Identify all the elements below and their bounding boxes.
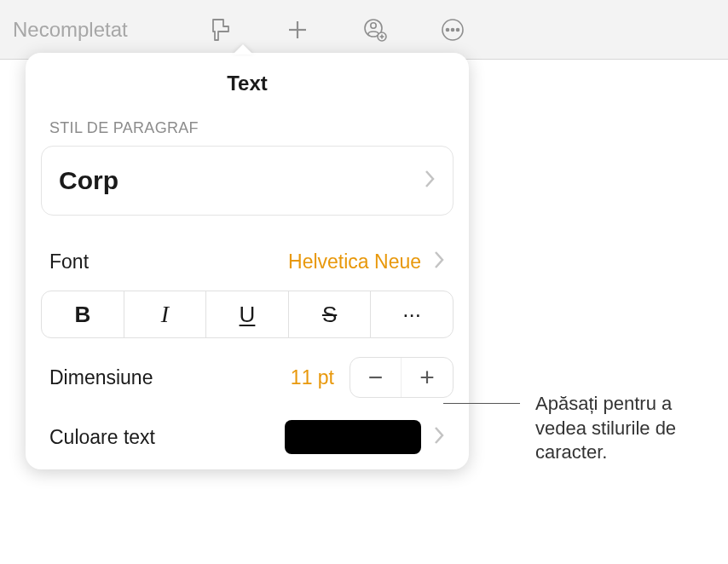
format-panel: Text STIL DE PARAGRAF Corp Font Helvetic… xyxy=(26,53,469,469)
more-icon[interactable] xyxy=(437,14,468,45)
toolbar-icons xyxy=(205,14,468,45)
underline-button[interactable]: U xyxy=(206,291,289,337)
callout-text: Apăsați pentru a vedea stilurile de cara… xyxy=(535,392,714,465)
format-panel-wrapper: Text STIL DE PARAGRAF Corp Font Helvetic… xyxy=(26,51,469,469)
svg-point-9 xyxy=(452,28,454,31)
paragraph-style-selector[interactable]: Corp xyxy=(41,146,454,216)
bold-button[interactable]: B xyxy=(42,291,124,337)
svg-point-8 xyxy=(447,28,449,31)
size-row: Dimensiune 11 pt − + xyxy=(26,354,469,401)
font-label: Font xyxy=(49,250,288,273)
text-color-row[interactable]: Culoare text xyxy=(26,413,469,461)
add-icon[interactable] xyxy=(282,14,313,45)
chevron-right-icon xyxy=(433,250,445,273)
font-value: Helvetica Neue xyxy=(288,250,421,273)
panel-arrow xyxy=(233,43,253,55)
annotation-callout: Apăsați pentru a vedea stilurile de cara… xyxy=(465,392,714,465)
paragraph-style-label: STIL DE PARAGRAF xyxy=(26,119,469,137)
size-value: 11 pt xyxy=(291,366,334,389)
size-decrease-button[interactable]: − xyxy=(350,358,402,397)
collaborate-icon[interactable] xyxy=(360,14,390,45)
strikethrough-button[interactable]: S xyxy=(289,291,372,337)
font-row[interactable]: Font Helvetica Neue xyxy=(26,241,469,282)
paragraph-style-name: Corp xyxy=(59,166,424,195)
svg-point-10 xyxy=(457,28,459,31)
svg-point-3 xyxy=(371,22,376,27)
chevron-right-icon xyxy=(433,426,445,448)
size-label: Dimensiune xyxy=(49,366,291,389)
text-color-label: Culoare text xyxy=(49,426,285,449)
format-brush-icon[interactable] xyxy=(205,14,235,45)
chevron-right-icon xyxy=(424,170,436,192)
more-styles-button[interactable]: ··· xyxy=(371,291,453,337)
callout-line xyxy=(443,403,520,404)
document-title: Necompletat xyxy=(13,18,128,42)
text-style-buttons: B I U S ··· xyxy=(41,291,454,338)
italic-button[interactable]: I xyxy=(124,291,207,337)
panel-title: Text xyxy=(26,72,469,95)
size-increase-button[interactable]: + xyxy=(402,358,453,397)
text-color-swatch[interactable] xyxy=(285,420,421,454)
size-stepper: − + xyxy=(350,357,454,398)
